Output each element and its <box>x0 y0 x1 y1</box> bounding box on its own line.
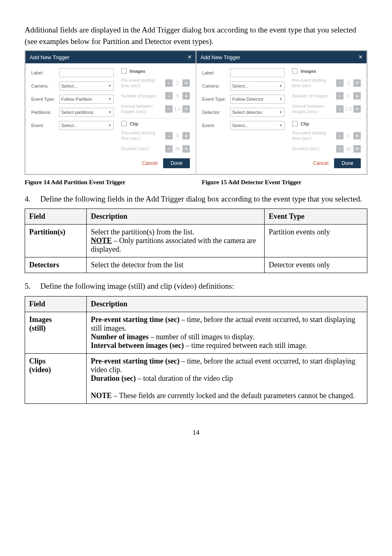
clip-checkbox[interactable] <box>292 121 297 126</box>
camera-label: Camera: <box>31 83 56 88</box>
images-checkbox[interactable] <box>121 68 127 74</box>
eventtype-select[interactable]: Follow Detector ▼ <box>230 95 285 104</box>
images-section-title: Images <box>130 69 145 74</box>
minus-button[interactable]: - <box>336 92 344 100</box>
plus-button[interactable]: + <box>353 92 361 100</box>
plus-button[interactable]: + <box>182 145 190 153</box>
minus-button[interactable]: - <box>336 145 344 153</box>
clip-pre-value: 5 <box>344 133 353 138</box>
minus-button[interactable]: - <box>165 145 173 153</box>
plus-button[interactable]: + <box>182 132 190 139</box>
step-5-text: Define the following image (still) and c… <box>40 280 367 292</box>
event-label: Event: <box>202 123 227 128</box>
field-images: Images <box>29 315 52 324</box>
plus-button[interactable]: + <box>353 132 361 139</box>
plus-button[interactable]: + <box>353 79 361 87</box>
event-label: Event: <box>31 123 56 128</box>
interval-value: 1.0 <box>173 107 182 111</box>
partitions-label: Partitions: <box>31 110 56 115</box>
eventtype-select[interactable]: Follow Partition ▼ <box>59 95 114 104</box>
th-field: Field <box>25 296 87 312</box>
fields-table-2: Field Description Images (still) Pre-eve… <box>25 296 367 404</box>
cell-description: Pre-event starting time (sec) – time, be… <box>86 312 367 353</box>
eventtype-value: Follow Partition <box>61 97 92 102</box>
figure-15-caption: Figure 15 Add Detector Event Trigger <box>190 179 367 186</box>
plus-button[interactable]: + <box>182 92 190 100</box>
fields-table-1: Field Description Event Type Partition(s… <box>25 208 367 273</box>
event-value: Select... <box>232 123 249 128</box>
close-icon[interactable]: × <box>188 53 191 61</box>
plus-button[interactable]: + <box>182 79 190 87</box>
minus-button[interactable]: - <box>165 92 173 100</box>
eventtype-label: Event Type: <box>31 97 56 102</box>
minus-button[interactable]: - <box>336 79 344 87</box>
cell-description: Select the detector from the list <box>86 257 264 273</box>
partitions-select[interactable]: Select partitions ▼ <box>59 108 114 117</box>
cell-eventtype: Detector events only <box>265 257 367 273</box>
dialog-title: Add New Trigger <box>30 54 69 60</box>
minus-button[interactable]: - <box>165 105 173 113</box>
chevron-down-icon: ▼ <box>108 84 112 88</box>
dialog-header: Add New Trigger × <box>25 51 196 63</box>
numimages-rest: – number of still images to display. <box>149 333 255 341</box>
close-icon[interactable]: × <box>359 53 362 61</box>
pre-event-bold: Pre-event starting time (sec) <box>91 315 180 324</box>
partitions-value: Select partitions <box>61 110 93 115</box>
step-5-number: 5. <box>25 280 33 292</box>
plus-button[interactable]: + <box>182 105 190 113</box>
detector-select[interactable]: Select detector ▼ <box>230 108 285 117</box>
label-label: Label: <box>31 70 56 75</box>
pre-event-label: Pre-event starting time (sec): <box>121 78 163 88</box>
numimages-label: Number of images: <box>292 93 334 99</box>
chevron-down-icon: ▼ <box>108 123 112 127</box>
clip-pre-bold: Pre-event starting time (sec) <box>91 357 180 365</box>
minus-button[interactable]: - <box>336 132 344 139</box>
minus-button[interactable]: - <box>165 132 173 139</box>
detector-label: Detector: <box>202 110 227 115</box>
label-input[interactable] <box>59 68 114 77</box>
chevron-down-icon: ▼ <box>108 110 112 114</box>
label-input[interactable] <box>230 68 285 77</box>
minus-button[interactable]: - <box>165 79 173 87</box>
camera-select[interactable]: Select... ▼ <box>59 81 114 90</box>
clip-section-title: Clip <box>301 121 309 126</box>
chevron-down-icon: ▼ <box>279 123 283 127</box>
desc-line1: Select the partition(s) from the list. <box>91 228 194 236</box>
cell-field: Clips (video) <box>25 353 87 403</box>
images-checkbox[interactable] <box>292 68 297 74</box>
plus-button[interactable]: + <box>353 105 361 113</box>
figure-14-caption: Figure 14 Add Partition Event Trigger <box>25 179 190 186</box>
field-still: (still) <box>29 324 46 332</box>
note-bold: NOTE <box>91 392 112 400</box>
note-rest: – These fields are currently locked and … <box>112 392 355 400</box>
intro-text: Additional fields are displayed in the A… <box>25 24 367 47</box>
cancel-button[interactable]: Cancel <box>313 160 328 166</box>
clip-checkbox[interactable] <box>121 121 127 126</box>
camera-select[interactable]: Select... ▼ <box>230 81 285 90</box>
label-label: Label: <box>202 70 227 75</box>
clip-pre-label: Pre-event starting time (sec): <box>121 130 163 141</box>
chevron-down-icon: ▼ <box>108 97 112 101</box>
table-row: Clips (video) Pre-event starting time (s… <box>25 353 367 403</box>
dialogs-container: Add New Trigger × Label: Camera: Select.… <box>25 50 367 175</box>
note-rest: – Only partitions associated with the ca… <box>91 236 256 253</box>
note-label: NOTE <box>91 236 112 245</box>
duration-label: Duration (sec): <box>292 146 334 151</box>
duration-label: Duration (sec): <box>121 146 163 151</box>
event-select[interactable]: Select... ▼ <box>59 121 114 130</box>
field-clips: Clips <box>29 357 46 365</box>
done-button[interactable]: Done <box>163 158 190 168</box>
th-description: Description <box>86 296 367 312</box>
table-row: Detectors Select the detector from the l… <box>25 257 367 273</box>
minus-button[interactable]: - <box>336 105 344 113</box>
done-button[interactable]: Done <box>334 158 361 168</box>
event-select[interactable]: Select... ▼ <box>230 121 285 130</box>
interval-bold: Interval between images (sec) <box>91 341 184 350</box>
camera-value: Select... <box>61 83 78 88</box>
page-number: 14 <box>25 429 367 437</box>
plus-button[interactable]: + <box>353 145 361 153</box>
cancel-button[interactable]: Cancel <box>142 160 157 166</box>
duration-value: 30 <box>344 146 353 151</box>
cell-description: Select the partition(s) from the list. N… <box>86 225 264 257</box>
chevron-down-icon: ▼ <box>279 97 283 101</box>
